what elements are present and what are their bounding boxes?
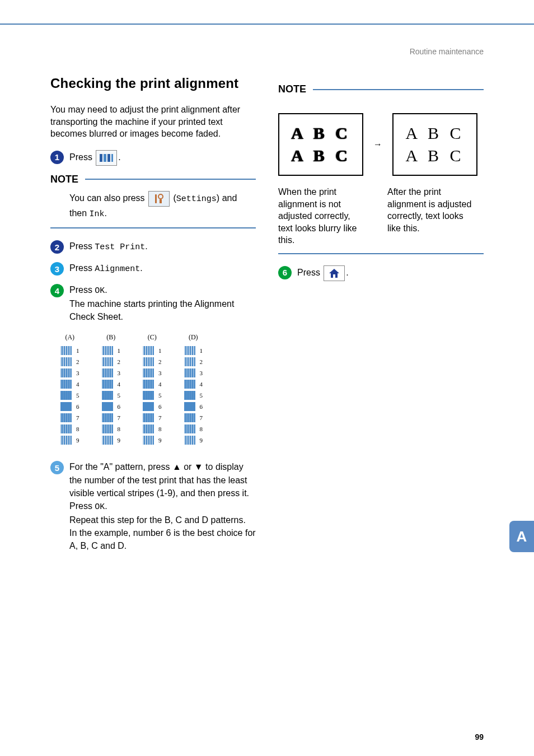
alignment-swatch	[143, 391, 154, 400]
svg-rect-0	[100, 154, 102, 162]
alignment-swatch	[102, 424, 113, 433]
step-1: 1 Press .	[50, 150, 256, 166]
alignment-swatch	[143, 357, 154, 366]
alignment-swatch-number: 8	[118, 426, 121, 432]
alignment-swatch	[143, 413, 154, 422]
step-2: 2 Press Test Print.	[50, 240, 256, 254]
alignment-swatch-row: 3	[143, 367, 162, 379]
alignment-swatch-number: 7	[200, 414, 203, 421]
alignment-swatch-row: 4	[60, 379, 79, 390]
alignment-swatch-row: 1	[143, 345, 162, 356]
alignment-swatch-number: 4	[118, 381, 121, 388]
alignment-swatch-number: 4	[200, 381, 203, 388]
alignment-swatch-row: 9	[102, 435, 121, 446]
alignment-swatch	[184, 368, 195, 377]
note-1-end-rule	[50, 227, 256, 228]
alignment-swatch	[60, 391, 72, 400]
alignment-swatch-number: 6	[200, 403, 203, 410]
step-number-1: 1	[50, 151, 64, 164]
alignment-swatch-row: 8	[60, 423, 79, 435]
alignment-swatch-number: 7	[118, 414, 121, 421]
alignment-swatch-number: 1	[76, 347, 79, 354]
alignment-swatch-row: 9	[143, 435, 162, 446]
sample-correct: A B C A B C	[392, 113, 477, 176]
alignment-swatch	[60, 436, 72, 445]
alignment-swatch	[102, 357, 113, 366]
alignment-swatch	[184, 380, 195, 389]
step-number-6: 6	[278, 266, 292, 279]
alignment-swatch-number: 7	[76, 414, 79, 421]
alignment-column-header: (D)	[184, 333, 203, 342]
comparison-captions: When the print alignment is not adjusted…	[278, 186, 484, 246]
step-4: 4 Press OK. The machine starts printing …	[50, 283, 256, 323]
alignment-swatch	[143, 380, 154, 389]
svg-rect-3	[111, 154, 113, 162]
alignment-swatch-row: 2	[60, 356, 79, 367]
note-1-body: You can also press (Settings) and then I…	[50, 191, 256, 221]
alignment-swatch	[102, 436, 113, 445]
alignment-swatch	[60, 424, 72, 433]
note-2-end-rule	[278, 253, 484, 254]
alignment-swatch-row: 5	[143, 390, 162, 401]
svg-rect-2	[107, 154, 110, 162]
top-rule	[0, 24, 534, 25]
alignment-swatch-number: 3	[118, 370, 121, 376]
note-rule	[85, 179, 256, 180]
home-icon	[324, 265, 345, 281]
sample-blurry: A B C A B C	[278, 113, 363, 176]
alignment-swatch-number: 6	[76, 403, 79, 410]
alignment-swatch-number: 5	[158, 392, 162, 399]
alignment-swatch-row: 2	[143, 356, 162, 367]
alignment-swatch-number: 6	[118, 403, 121, 410]
alignment-swatch	[102, 346, 113, 355]
step-5: 5 For the "A" pattern, press ▲ or ▼ to d…	[50, 460, 256, 552]
alignment-swatch	[60, 368, 72, 377]
alignment-swatch-row: 7	[102, 412, 121, 423]
alignment-swatch-number: 2	[76, 358, 79, 365]
alignment-swatch-row: 4	[184, 379, 203, 390]
alignment-swatch-row: 6	[184, 401, 203, 412]
alignment-swatch-number: 5	[118, 392, 121, 399]
alignment-swatch	[102, 413, 113, 422]
alignment-swatch-number: 6	[158, 403, 162, 410]
ink-icon	[96, 150, 117, 166]
note-label: NOTE	[50, 174, 78, 185]
alignment-swatch	[143, 368, 154, 377]
alignment-swatch	[184, 357, 195, 366]
alignment-swatch-row: 6	[102, 401, 121, 412]
alignment-swatch-row: 6	[60, 401, 79, 412]
alignment-swatch-row: 5	[60, 390, 79, 401]
alignment-swatch-number: 4	[76, 381, 79, 388]
alignment-swatch-row: 9	[60, 435, 79, 446]
intro-paragraph: You may need to adjust the print alignme…	[50, 104, 256, 140]
alignment-swatch-number: 9	[200, 437, 203, 444]
alignment-swatch-number: 8	[76, 426, 79, 432]
alignment-swatch-row: 3	[60, 367, 79, 379]
alignment-swatch	[184, 346, 195, 355]
alignment-swatch-row: 9	[184, 435, 203, 446]
settings-icon	[148, 191, 170, 207]
alignment-swatch-number: 1	[118, 347, 121, 354]
note-label: NOTE	[278, 83, 306, 95]
step-number-4: 4	[50, 284, 64, 297]
alignment-swatch	[102, 380, 113, 389]
step-6: 6 Press .	[278, 265, 484, 281]
alignment-swatch	[184, 424, 195, 433]
alignment-swatch-row: 7	[184, 412, 203, 423]
alignment-swatch-number: 9	[76, 437, 79, 444]
alignment-swatch	[143, 402, 154, 411]
alignment-swatch-row: 1	[60, 345, 79, 356]
chapter-tab: A	[509, 521, 534, 552]
alignment-swatch-row: 8	[102, 423, 121, 435]
note-1-header: NOTE	[50, 174, 256, 185]
alignment-comparison: A B C A B C → A B C A B C	[278, 113, 484, 176]
alignment-swatch	[184, 402, 195, 411]
alignment-column-header: (A)	[60, 333, 79, 342]
alignment-swatch	[102, 391, 113, 400]
alignment-swatch-row: 3	[102, 367, 121, 379]
svg-rect-4	[155, 194, 157, 203]
alignment-swatch-number: 5	[200, 392, 203, 399]
note-rule	[313, 89, 484, 90]
step-number-3: 3	[50, 262, 64, 276]
alignment-swatch-number: 5	[76, 392, 79, 399]
